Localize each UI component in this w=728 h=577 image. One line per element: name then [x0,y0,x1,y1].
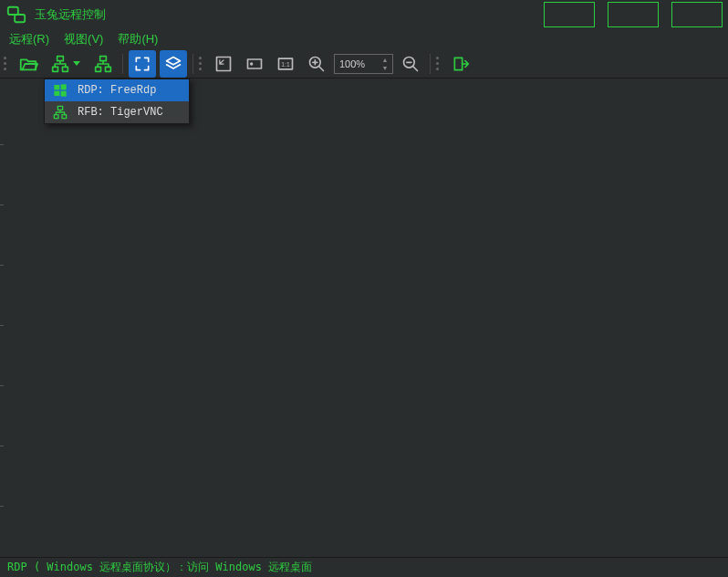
svg-text:1:1: 1:1 [281,60,290,67]
svg-rect-13 [248,59,262,68]
window-title: 玉兔远程控制 [35,6,106,23]
network-icon [51,55,69,73]
toolbar-grip-icon [199,57,204,70]
svg-rect-1 [15,15,25,22]
svg-line-18 [319,66,324,70]
aspect-button[interactable] [241,50,268,78]
menu-help[interactable]: 帮助(H) [118,31,158,47]
zoom-input[interactable]: 100% ▲▼ [334,54,393,74]
zoom-in-icon [307,55,326,73]
menu-remote[interactable]: 远程(R) [9,31,49,47]
svg-rect-25 [54,85,59,89]
svg-point-14 [250,62,253,65]
fit-window-button[interactable] [210,50,237,78]
dropdown-item-rdp[interactable]: RDP: FreeRdp [45,79,189,101]
fullscreen-icon [133,55,151,73]
toolbar-grip-icon [4,57,9,70]
zoom-in-button[interactable] [303,50,330,78]
toolbar: 1:1 100% ▲▼ [0,49,728,79]
svg-line-22 [413,66,418,70]
maximize-button[interactable] [608,2,659,27]
dropdown-item-label: RFB: TigerVNC [78,106,163,119]
menu-view[interactable]: 视图(V) [64,31,103,47]
svg-rect-28 [61,91,67,97]
svg-rect-31 [62,115,67,119]
minimize-button[interactable] [544,2,595,27]
connection-type-dropdown[interactable] [46,50,86,78]
zoom-out-button[interactable] [397,50,424,78]
zoom-out-icon [401,55,420,73]
close-button[interactable] [671,2,723,27]
menubar: 远程(R) 视图(V) 帮助(H) [0,29,728,49]
connection-type-menu: RDP: FreeRdp RFB: TigerVNC [44,79,190,124]
folder-open-icon [18,54,38,74]
svg-rect-27 [54,91,59,96]
dropdown-item-rfb[interactable]: RFB: TigerVNC [45,101,189,123]
fullscreen-button[interactable] [129,50,156,78]
content-area [0,79,728,557]
network-icon [94,55,112,73]
open-button[interactable] [15,50,42,78]
exit-button[interactable] [447,50,474,78]
svg-line-5 [693,11,701,18]
exit-icon [452,55,470,73]
svg-rect-7 [53,67,58,71]
svg-rect-11 [106,67,111,71]
layers-button[interactable] [160,50,187,78]
svg-rect-24 [454,58,462,69]
dropdown-item-label: RDP: FreeRdp [78,84,156,97]
svg-rect-8 [63,67,68,71]
app-window: 玉兔远程控制 远程(R) 视图(V) 帮助(H) [0,0,728,577]
layers-icon [164,55,182,73]
connect-button[interactable] [89,50,117,78]
svg-rect-3 [629,11,637,18]
svg-line-4 [693,11,701,18]
chevron-down-icon [73,61,80,66]
network-icon [52,104,68,121]
actual-size-button[interactable]: 1:1 [272,50,299,78]
app-logo-icon [5,4,27,26]
aspect-icon [245,55,264,73]
svg-rect-10 [96,67,101,71]
fit-icon [214,55,233,73]
titlebar: 玉兔远程控制 [0,0,728,29]
one-to-one-icon: 1:1 [276,55,295,73]
zoom-value: 100% [339,58,365,69]
svg-rect-26 [61,84,67,89]
svg-rect-30 [54,115,58,119]
statusbar: RDP ( Windows 远程桌面协议）：访问 Windows 远程桌面 [0,557,728,577]
windows-icon [52,82,68,99]
zoom-spinner[interactable]: ▲▼ [380,56,390,72]
svg-rect-0 [8,7,18,15]
toolbar-grip-icon [436,57,442,70]
status-text: RDP ( Windows 远程桌面协议）：访问 Windows 远程桌面 [7,560,312,575]
